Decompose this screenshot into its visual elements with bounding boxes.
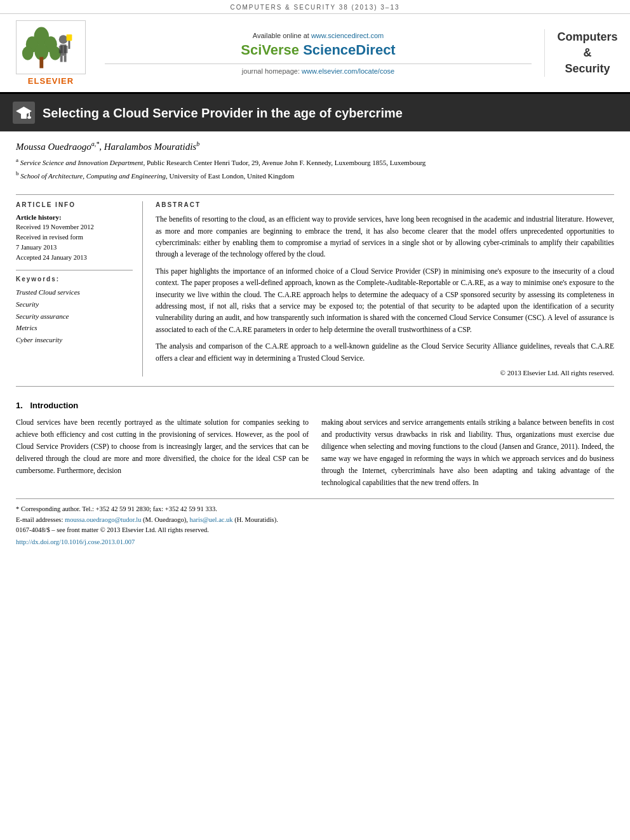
accepted-date: Accepted 24 January 2013 bbox=[16, 254, 87, 261]
keyword-5: Cyber insecurity bbox=[16, 334, 133, 346]
svg-point-8 bbox=[59, 35, 68, 44]
article-history: Article history: Received 19 November 20… bbox=[16, 213, 133, 262]
keywords-section: Keywords: Trusted Cloud services Securit… bbox=[16, 276, 133, 345]
journal-center-header: Available online at www.sciencedirect.co… bbox=[92, 32, 544, 75]
keyword-3: Security assurance bbox=[16, 310, 133, 323]
keyword-4: Metrics bbox=[16, 322, 133, 334]
journal-citation: COMPUTERS & SECURITY 38 (2013) 3–13 bbox=[230, 4, 399, 11]
authors-section: Moussa Ouedraogoa,*, Haralambos Mouratid… bbox=[0, 131, 630, 188]
info-divider bbox=[16, 270, 133, 270]
available-online-text: Available online at www.sciencedirect.co… bbox=[105, 32, 532, 39]
article-info-panel: ARTICLE INFO Article history: Received 1… bbox=[16, 201, 143, 377]
intro-heading: 1. Introduction bbox=[16, 401, 614, 410]
svg-rect-7 bbox=[39, 57, 43, 69]
sciverse-sci-part: SciVerse bbox=[241, 42, 303, 58]
keyword-1: Trusted Cloud services bbox=[16, 286, 133, 298]
email2-link[interactable]: haris@uel.ac.uk bbox=[190, 516, 233, 523]
intro-col-right: making about services and service arrang… bbox=[321, 417, 614, 489]
svg-rect-20 bbox=[21, 114, 27, 119]
paper-title-bar: Selecting a Cloud Service Provider in th… bbox=[0, 94, 630, 131]
svg-rect-15 bbox=[67, 34, 72, 41]
received-date: Received 19 November 2012 bbox=[16, 223, 94, 230]
email2-author: (H. Mouratidis). bbox=[234, 516, 278, 523]
affiliation-b-dept: School of Architecture, Computing and En… bbox=[20, 172, 166, 180]
intro-para-left: Cloud services have been recently portra… bbox=[16, 417, 309, 477]
divider-authors bbox=[16, 194, 614, 195]
email1-author: (M. Ouedraogo), bbox=[143, 516, 188, 523]
revised-date: 7 January 2013 bbox=[16, 244, 57, 251]
author1-name: Moussa Ouedraogo bbox=[16, 142, 91, 152]
abstract-heading: ABSTRACT bbox=[156, 201, 614, 208]
intro-heading-block: 1. Introduction bbox=[0, 393, 630, 410]
svg-rect-12 bbox=[60, 56, 63, 62]
abstract-para-1: The benefits of resorting to the cloud, … bbox=[156, 213, 614, 260]
svg-rect-13 bbox=[64, 56, 67, 62]
history-label: Article history: bbox=[16, 213, 133, 221]
divider-abstract bbox=[16, 386, 614, 387]
abstract-para-2: This paper highlights the importance of … bbox=[156, 265, 614, 335]
authors-line: Moussa Ouedraogoa,*, Haralambos Mouratid… bbox=[16, 140, 614, 152]
journal-header-bar: COMPUTERS & SECURITY 38 (2013) 3–13 bbox=[0, 0, 630, 14]
paper-title: Selecting a Cloud Service Provider in th… bbox=[43, 105, 403, 121]
author2-sup: b bbox=[196, 140, 199, 147]
svg-point-19 bbox=[27, 116, 31, 119]
article-info-heading: ARTICLE INFO bbox=[16, 201, 133, 208]
journal-header: ELSEVIER Available online at www.science… bbox=[0, 14, 630, 94]
elsevier-brand-label: ELSEVIER bbox=[28, 76, 74, 86]
journal-homepage-line: journal homepage: www.elsevier.com/locat… bbox=[105, 63, 532, 75]
affiliation-a: a Service Science and Innovation Departm… bbox=[16, 156, 614, 168]
elsevier-logo-image bbox=[16, 20, 86, 74]
abstract-section: ABSTRACT The benefits of resorting to th… bbox=[156, 201, 614, 377]
svg-rect-11 bbox=[64, 46, 68, 53]
footnote-issn: 0167-4048/$ – see front matter © 2013 El… bbox=[16, 525, 614, 536]
svg-rect-10 bbox=[59, 46, 63, 53]
sciverse-url-link[interactable]: www.sciencedirect.com bbox=[311, 32, 384, 39]
journal-name-right: Computers & Security bbox=[544, 29, 620, 77]
keyword-2: Security bbox=[16, 298, 133, 310]
elsevier-logo-block: ELSEVIER bbox=[10, 20, 92, 86]
article-info-abstract-section: ARTICLE INFO Article history: Received 1… bbox=[0, 201, 630, 377]
footnote-emails: E-mail addresses: moussa.ouedraogo@tudor… bbox=[16, 515, 614, 526]
intro-col-left: Cloud services have been recently portra… bbox=[16, 417, 309, 489]
revised-label: Received in revised form bbox=[16, 234, 83, 241]
author2-name: Haralambos Mouratidis bbox=[104, 142, 196, 152]
email1-link[interactable]: moussa.ouedraogo@tudor.lu bbox=[65, 516, 142, 523]
author1-sup: a,* bbox=[91, 140, 100, 147]
sciverse-title: SciVerse ScienceDirect bbox=[105, 42, 532, 58]
svg-point-4 bbox=[22, 46, 34, 60]
affiliation-b: b School of Architecture, Computing and … bbox=[16, 170, 614, 181]
paper-icon bbox=[13, 102, 35, 124]
abstract-text: The benefits of resorting to the cloud, … bbox=[156, 213, 614, 364]
footnotes-section: * Corresponding author. Tel.: +352 42 59… bbox=[16, 498, 614, 548]
copyright-line: © 2013 Elsevier Ltd. All rights reserved… bbox=[156, 369, 614, 377]
intro-para-right: making about services and service arrang… bbox=[321, 417, 614, 489]
keywords-heading: Keywords: bbox=[16, 276, 133, 283]
affiliation-a-dept: Service Science and Innovation Departmen… bbox=[20, 159, 144, 166]
abstract-para-3: The analysis and comparison of the C.A.R… bbox=[156, 340, 614, 364]
journal-homepage-link[interactable]: www.elsevier.com/locate/cose bbox=[302, 67, 394, 75]
intro-body: Cloud services have been recently portra… bbox=[0, 417, 630, 489]
sciverse-sd-part: ScienceDirect bbox=[303, 42, 396, 58]
doi-link[interactable]: http://dx.doi.org/10.1016/j.cose.2013.01… bbox=[16, 537, 614, 548]
footnote-corresponding: * Corresponding author. Tel.: +352 42 59… bbox=[16, 504, 614, 515]
